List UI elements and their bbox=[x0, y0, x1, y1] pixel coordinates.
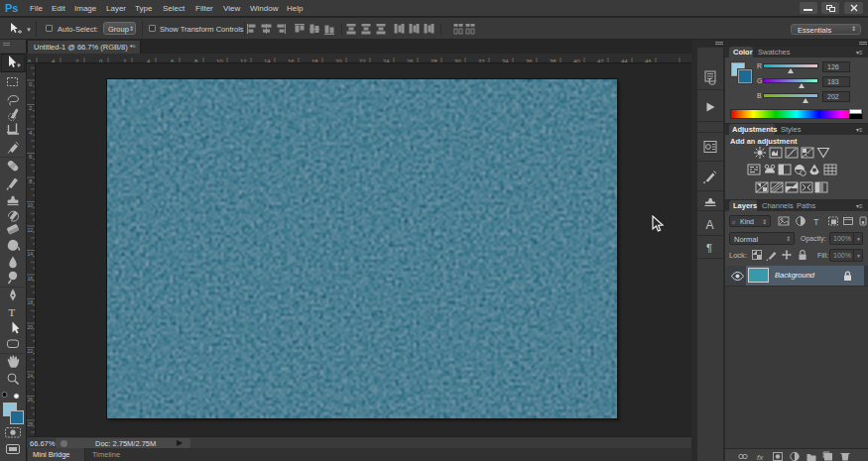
svg-text:38: 38 bbox=[550, 58, 557, 63]
svg-text:12: 12 bbox=[28, 227, 34, 233]
svg-text:28: 28 bbox=[431, 58, 437, 63]
svg-text:20: 20 bbox=[335, 58, 342, 63]
svg-text:16: 16 bbox=[288, 58, 295, 63]
svg-text:14: 14 bbox=[264, 58, 271, 63]
svg-text:24: 24 bbox=[28, 373, 34, 379]
svg-text:26: 26 bbox=[28, 397, 34, 403]
svg-text:28: 28 bbox=[28, 421, 34, 427]
svg-text:18: 18 bbox=[28, 299, 34, 305]
svg-text:14: 14 bbox=[28, 251, 34, 257]
svg-text:10: 10 bbox=[28, 202, 34, 208]
svg-text:fx: fx bbox=[757, 453, 764, 461]
svg-text:34: 34 bbox=[502, 58, 509, 63]
svg-text:16: 16 bbox=[28, 276, 34, 282]
svg-text:¶: ¶ bbox=[706, 242, 712, 254]
svg-text:30: 30 bbox=[454, 58, 461, 63]
svg-text:44: 44 bbox=[621, 58, 628, 63]
svg-text:42: 42 bbox=[597, 58, 604, 63]
svg-text:36: 36 bbox=[526, 58, 533, 63]
svg-text:10: 10 bbox=[216, 58, 223, 63]
svg-text:24: 24 bbox=[383, 58, 390, 63]
svg-text:22: 22 bbox=[359, 58, 366, 63]
svg-text:22: 22 bbox=[28, 348, 34, 354]
svg-text:A: A bbox=[706, 218, 714, 232]
svg-text:20: 20 bbox=[28, 324, 34, 330]
svg-text:T: T bbox=[9, 306, 16, 318]
svg-text:12: 12 bbox=[240, 58, 247, 63]
svg-text:18: 18 bbox=[311, 58, 318, 63]
svg-text:T: T bbox=[813, 217, 819, 227]
svg-text:46: 46 bbox=[645, 58, 652, 63]
svg-text:26: 26 bbox=[407, 58, 414, 63]
svg-text:32: 32 bbox=[478, 58, 485, 63]
svg-text:40: 40 bbox=[573, 58, 580, 63]
